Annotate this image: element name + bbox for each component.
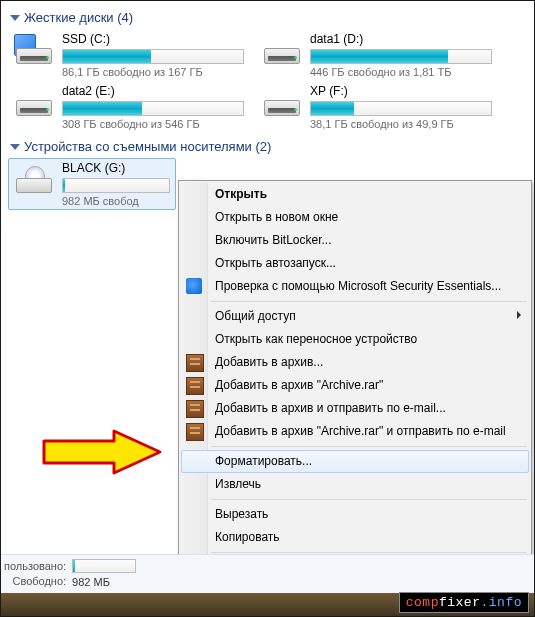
group-header-removable[interactable]: Устройства со съемными носителями (2) xyxy=(8,133,527,158)
usage-bar-fill xyxy=(63,102,142,115)
usage-bar xyxy=(62,178,170,193)
context-menu-separator xyxy=(211,499,527,500)
callout-arrow-icon xyxy=(42,429,162,475)
watermark-part: fixer xyxy=(439,595,481,610)
context-menu-item[interactable]: Добавить в архив "Archive.rar" xyxy=(181,374,529,397)
shield-icon xyxy=(186,278,202,294)
usage-bar xyxy=(62,101,244,116)
context-menu-item[interactable]: Открыть xyxy=(181,183,529,206)
mini-usage-bar xyxy=(72,559,136,573)
hdd-drive-grid: SSD (C:) 86,1 ГБ свободно из 167 ГБ data… xyxy=(8,29,527,133)
drive-status: 38,1 ГБ свободно из 49,9 ГБ xyxy=(310,118,502,130)
context-menu-item[interactable]: Извлечь xyxy=(181,473,529,496)
hdd-icon xyxy=(262,86,302,116)
hdd-icon xyxy=(262,34,302,64)
drive-name: SSD (C:) xyxy=(62,32,254,46)
context-menu-separator xyxy=(211,446,527,447)
svg-marker-0 xyxy=(44,431,160,473)
free-label: Свободно: xyxy=(4,574,66,589)
drive-status: 446 ГБ свободно из 1,81 ТБ xyxy=(310,66,502,78)
watermark-part: .info xyxy=(480,595,522,610)
usage-bar-fill xyxy=(311,102,354,115)
rar-icon xyxy=(186,377,204,395)
context-menu-item[interactable]: Форматировать... xyxy=(181,450,529,473)
context-menu-item[interactable]: Включить BitLocker... xyxy=(181,229,529,252)
submenu-arrow-icon xyxy=(517,311,521,319)
drive-status: 982 МБ свобод xyxy=(62,195,174,207)
context-menu-item[interactable]: Копировать xyxy=(181,526,529,549)
context-menu-item[interactable]: Открыть как переносное устройство xyxy=(181,328,529,351)
usage-bar-fill xyxy=(311,50,448,63)
context-menu-item[interactable]: Открыть в новом окне xyxy=(181,206,529,229)
collapse-icon xyxy=(10,144,20,150)
drive-item[interactable]: XP (F:) 38,1 ГБ свободно из 49,9 ГБ xyxy=(256,81,504,133)
drive-item[interactable]: data2 (E:) 308 ГБ свободно из 546 ГБ xyxy=(8,81,256,133)
context-menu-item[interactable]: Добавить в архив... xyxy=(181,351,529,374)
usage-bar xyxy=(310,101,492,116)
usage-bar-fill xyxy=(63,179,65,192)
drive-name: data2 (E:) xyxy=(62,84,254,98)
usage-bar xyxy=(62,49,244,64)
hdd-icon xyxy=(14,86,54,116)
drive-item[interactable]: SSD (C:) 86,1 ГБ свободно из 167 ГБ xyxy=(8,29,256,81)
group-title: Жесткие диски (4) xyxy=(24,10,133,25)
usage-bar-fill xyxy=(63,50,151,63)
drive-status: 308 ГБ свободно из 546 ГБ xyxy=(62,118,254,130)
context-menu-item[interactable]: Открыть автозапуск... xyxy=(181,252,529,275)
watermark: compfixer.info xyxy=(399,592,529,613)
drive-item[interactable]: data1 (D:) 446 ГБ свободно из 1,81 ТБ xyxy=(256,29,504,81)
watermark-part: comp xyxy=(406,595,439,610)
context-menu-item[interactable]: Добавить в архив и отправить по e-mail..… xyxy=(181,397,529,420)
context-menu-separator xyxy=(211,552,527,553)
context-menu: ОткрытьОткрыть в новом окнеВключить BitL… xyxy=(178,180,532,617)
mini-usage-fill xyxy=(73,560,75,572)
context-menu-item[interactable]: Добавить в архив "Archive.rar" и отправи… xyxy=(181,420,529,443)
drive-status: 86,1 ГБ свободно из 167 ГБ xyxy=(62,66,254,78)
removable-drive-icon xyxy=(14,163,54,193)
drive-name: data1 (D:) xyxy=(310,32,502,46)
context-menu-item[interactable]: Проверка с помощью Microsoft Security Es… xyxy=(181,275,529,298)
drive-name: BLACK (G:) xyxy=(62,161,174,175)
usage-bar xyxy=(310,49,492,64)
drive-item-selected[interactable]: BLACK (G:) 982 МБ свобод xyxy=(8,158,176,210)
group-header-hdd[interactable]: Жесткие диски (4) xyxy=(8,4,527,29)
status-bar: пользовано: Свободно: 982 МБ xyxy=(0,554,535,593)
used-label: пользовано: xyxy=(4,559,66,574)
context-menu-item[interactable]: Вырезать xyxy=(181,503,529,526)
group-title: Устройства со съемными носителями (2) xyxy=(24,139,271,154)
rar-icon xyxy=(186,354,204,372)
free-value: 982 МБ xyxy=(72,575,136,590)
collapse-icon xyxy=(10,15,20,21)
drive-name: XP (F:) xyxy=(310,84,502,98)
context-menu-item[interactable]: Общий доступ xyxy=(181,305,529,328)
context-menu-separator xyxy=(211,301,527,302)
rar-icon xyxy=(186,400,204,418)
rar-icon xyxy=(186,423,204,441)
hdd-icon xyxy=(14,34,54,64)
